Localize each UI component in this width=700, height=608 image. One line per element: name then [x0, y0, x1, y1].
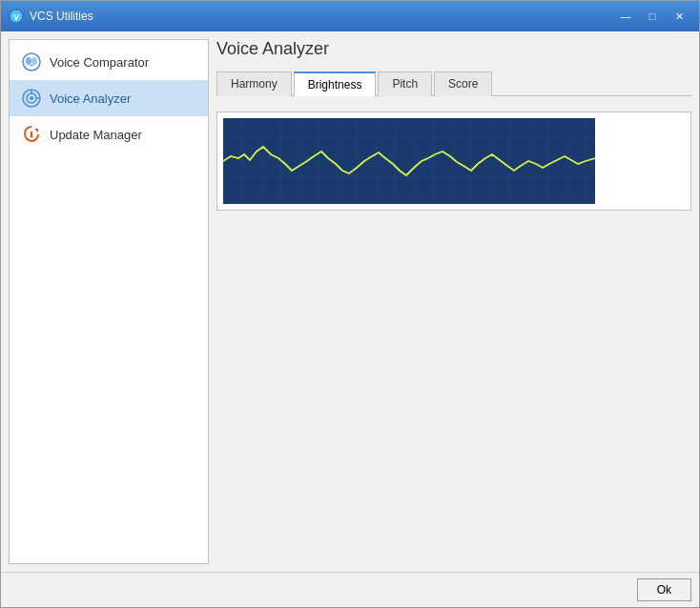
svg-point-7: [30, 96, 33, 100]
svg-marker-10: [34, 129, 38, 132]
chart-container: [216, 111, 691, 211]
tab-score[interactable]: Score: [434, 71, 492, 96]
tab-brightness[interactable]: Brightness: [294, 71, 377, 96]
footer: Ok: [1, 572, 699, 607]
tab-pitch[interactable]: Pitch: [378, 71, 432, 96]
sidebar-item-voice-analyzer[interactable]: Voice Analyzer: [10, 80, 208, 116]
voice-analyzer-icon: [21, 88, 42, 109]
maximize-button[interactable]: □: [640, 7, 665, 26]
close-button[interactable]: ✕: [667, 7, 691, 26]
svg-text:V: V: [13, 12, 19, 22]
chart-area: [223, 118, 595, 204]
window-title: VCS Utilities: [30, 10, 93, 23]
update-manager-label: Update Manager: [50, 128, 142, 142]
chart-svg: [223, 118, 595, 204]
ok-button[interactable]: Ok: [637, 578, 691, 601]
voice-analyzer-label: Voice Analyzer: [50, 91, 131, 106]
update-manager-icon: [21, 124, 42, 145]
main-window: V VCS Utilities — □ ✕ Voice Comparator: [0, 0, 700, 608]
svg-point-4: [31, 57, 37, 65]
sidebar: Voice Comparator Voice Analyzer: [9, 39, 209, 564]
tab-harmony[interactable]: Harmony: [216, 71, 292, 96]
tabs-bar: Harmony Brightness Pitch Score: [216, 71, 691, 96]
voice-comparator-icon: [21, 51, 42, 72]
main-content: Voice Analyzer Harmony Brightness Pitch …: [216, 39, 691, 564]
sidebar-item-voice-comparator[interactable]: Voice Comparator: [10, 44, 208, 80]
title-buttons: — □ ✕: [613, 7, 691, 26]
page-title: Voice Analyzer: [216, 39, 691, 59]
app-icon: V: [9, 9, 24, 24]
title-bar-left: V VCS Utilities: [9, 9, 93, 24]
minimize-button[interactable]: —: [613, 7, 638, 26]
title-bar: V VCS Utilities — □ ✕: [1, 1, 699, 31]
voice-comparator-label: Voice Comparator: [50, 55, 149, 70]
sidebar-item-update-manager[interactable]: Update Manager: [10, 116, 208, 152]
svg-point-3: [26, 57, 31, 65]
svg-rect-13: [223, 118, 595, 204]
window-body: Voice Comparator Voice Analyzer: [1, 31, 699, 572]
svg-point-2: [23, 53, 40, 71]
